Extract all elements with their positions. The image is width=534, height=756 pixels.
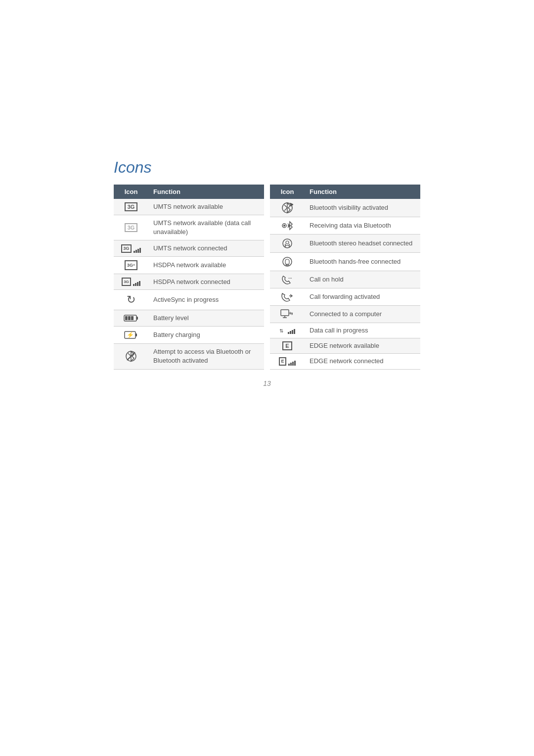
- svg-rect-6: [135, 333, 137, 336]
- battery-icon: [124, 314, 138, 322]
- svg-line-8: [128, 353, 131, 356]
- function-label: Battery charging: [153, 331, 200, 338]
- function-label: HSDPA network available: [153, 261, 226, 269]
- page-container: Icons Icon Function 3G: [94, 0, 440, 437]
- svg-line-12: [284, 205, 287, 208]
- function-cell: EDGE network connected: [305, 354, 420, 369]
- right-icons-table: Icon Function ▶▶: [270, 185, 420, 370]
- svg-text:✦: ✦: [287, 223, 291, 229]
- table-row: 3G UMTS network connected: [114, 240, 264, 257]
- bar2: [135, 283, 136, 286]
- bar1: [288, 364, 290, 366]
- bluetooth-stereo-icon: [281, 237, 293, 249]
- bar1: [133, 284, 134, 286]
- function-label: ActiveSync in progress: [153, 296, 219, 303]
- data-signal-bars: [288, 329, 295, 334]
- svg-rect-30: [281, 310, 289, 316]
- table-row: ✦ Receiving data via Bluetooth: [270, 217, 420, 235]
- function-cell: Attempt to access via Bluetooth or Bluet…: [148, 343, 264, 369]
- table-row: Call forwarding activated: [270, 288, 420, 306]
- bar3: [292, 330, 293, 334]
- bluetooth-visibility-icon: ▶▶: [281, 202, 293, 214]
- section-title: Icons: [114, 158, 420, 177]
- table-row: 3G UMTS network available: [114, 199, 264, 215]
- function-cell: UMTS network available (data call unavai…: [148, 215, 264, 240]
- svg-rect-2: [125, 316, 128, 320]
- svg-text:⇆: ⇆: [289, 311, 293, 316]
- function-cell: Battery charging: [148, 327, 264, 344]
- svg-point-21: [283, 239, 292, 248]
- icon-cell-bt-visibility: ▶▶: [270, 199, 305, 217]
- icon-cell-bt-handsfree: [270, 253, 305, 271]
- left-icons-table: Icon Function 3G UMTS network available: [114, 185, 264, 370]
- 3g-available-icon: 3G: [125, 202, 138, 211]
- icon-cell-3g-connected: 3G: [114, 240, 148, 257]
- icon-cell-charging: ⚡: [114, 327, 148, 344]
- table-row: ⇅ Data call in progress: [270, 323, 420, 338]
- battery-charging-icon: ⚡: [124, 330, 138, 340]
- edge-connected-icon: E: [279, 357, 286, 366]
- table-row: E EDGE network available: [270, 338, 420, 354]
- icon-cell-bt-data: ✦: [270, 217, 305, 235]
- function-label: Receiving data via Bluetooth: [310, 222, 391, 229]
- icon-cell-hsdpa-connected: 3G: [114, 274, 148, 290]
- edge-available-icon: E: [282, 341, 292, 350]
- call-hold-icon: ...: [280, 274, 294, 285]
- function-cell: UMTS network connected: [148, 240, 264, 257]
- left-table-body: 3G UMTS network available 3G: [114, 199, 264, 369]
- svg-text:▶▶: ▶▶: [290, 202, 293, 207]
- function-label: Connected to a computer: [310, 310, 382, 318]
- table-row: E EDGE network connected: [270, 354, 420, 369]
- signal-bars: [288, 361, 296, 366]
- function-cell: Call forwarding activated: [305, 288, 420, 306]
- svg-text:...: ...: [288, 275, 292, 280]
- table-row: 3G UMTS network available (data call una…: [114, 215, 264, 240]
- function-label: Data call in progress: [310, 327, 368, 334]
- bar3: [137, 282, 138, 286]
- function-label: Bluetooth hands-free connected: [310, 258, 400, 265]
- bar1: [134, 251, 135, 253]
- icon-cell-battery: [114, 310, 148, 327]
- svg-line-13: [284, 208, 287, 211]
- left-col-function-header: Function: [148, 185, 264, 199]
- signal-bars: [134, 248, 141, 253]
- function-cell: Data call in progress: [305, 323, 420, 338]
- function-cell: Battery level: [148, 310, 264, 327]
- function-cell: HSDPA network available: [148, 257, 264, 274]
- function-label: UMTS network connected: [153, 244, 227, 252]
- svg-text:⇅: ⇅: [279, 328, 283, 333]
- function-cell: Call on hold: [305, 271, 420, 288]
- function-label: Attempt to access via Bluetooth or Bluet…: [153, 348, 251, 364]
- function-cell: HSDPA network connected: [148, 274, 264, 290]
- svg-point-22: [286, 241, 289, 244]
- table-gap: [264, 185, 270, 370]
- signal-bars: [133, 281, 140, 286]
- icon-cell-3g-dim: 3G: [114, 215, 148, 240]
- bar4: [139, 248, 141, 253]
- icon-cell-call-hold: ...: [270, 271, 305, 288]
- right-col-icon-header: Icon: [270, 185, 305, 199]
- table-row: ⇆ Connected to a computer: [270, 306, 420, 323]
- function-cell: EDGE network available: [305, 338, 420, 354]
- icon-cell-bt-stereo: [270, 235, 305, 253]
- function-cell: ActiveSync in progress: [148, 290, 264, 310]
- table-row: 3G+ HSDPA network available: [114, 257, 264, 274]
- function-label: EDGE network connected: [310, 357, 384, 365]
- table-row: Battery level: [114, 310, 264, 327]
- function-label: UMTS network available: [153, 203, 223, 210]
- icon-cell-3g-available: 3G: [114, 199, 148, 215]
- right-table-body: ▶▶ Bluetooth visibility activated: [270, 199, 420, 369]
- function-cell: Bluetooth stereo headset connected: [305, 235, 420, 253]
- 3g-dim-icon: 3G: [125, 223, 138, 232]
- icon-cell-call-forward: [270, 288, 305, 306]
- bar2: [290, 331, 291, 334]
- svg-text:⚡: ⚡: [127, 331, 134, 338]
- function-label: Bluetooth visibility activated: [310, 204, 388, 211]
- bar1: [288, 332, 289, 334]
- function-cell: Bluetooth visibility activated: [305, 199, 420, 217]
- function-cell: UMTS network available: [148, 199, 264, 215]
- icon-cell-bluetooth-access: [114, 343, 148, 369]
- svg-rect-1: [136, 317, 138, 320]
- bar2: [290, 363, 292, 366]
- computer-icon: ⇆: [280, 309, 295, 320]
